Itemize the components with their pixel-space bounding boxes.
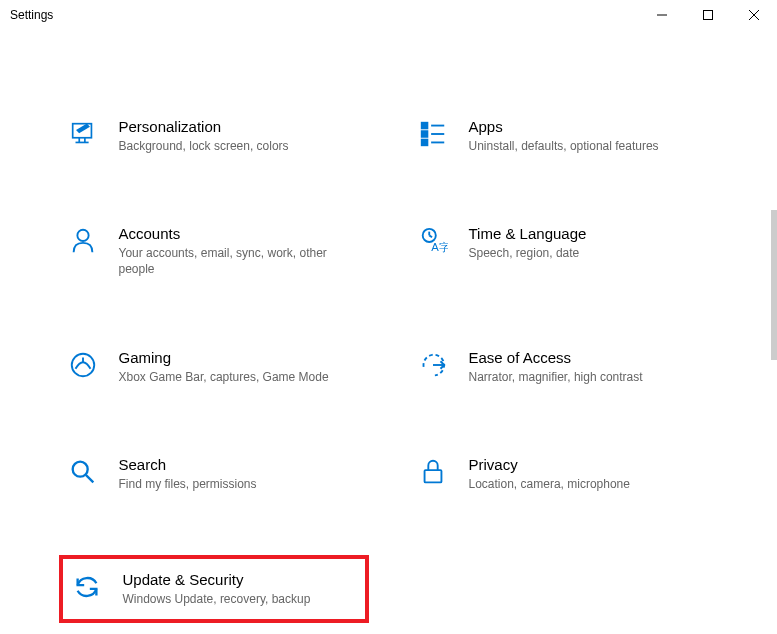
category-desc: Windows Update, recovery, backup [123, 591, 357, 607]
ease-of-access-icon [417, 349, 449, 381]
svg-rect-8 [421, 123, 427, 129]
category-title: Update & Security [123, 571, 357, 588]
category-text: Gaming Xbox Game Bar, captures, Game Mod… [119, 349, 361, 385]
category-title: Time & Language [469, 225, 711, 242]
category-gaming[interactable]: Gaming Xbox Game Bar, captures, Game Mod… [59, 341, 369, 393]
category-update-security[interactable]: Update & Security Windows Update, recove… [59, 555, 369, 623]
gaming-icon [67, 349, 99, 381]
category-desc: Narrator, magnifier, high contrast [469, 369, 711, 385]
svg-rect-10 [421, 140, 427, 146]
category-title: Privacy [469, 456, 711, 473]
privacy-icon [417, 456, 449, 488]
category-apps[interactable]: Apps Uninstall, defaults, optional featu… [409, 110, 719, 162]
category-desc: Background, lock screen, colors [119, 138, 361, 154]
category-title: Search [119, 456, 361, 473]
time-language-icon: A字 [417, 225, 449, 257]
window-controls [639, 0, 777, 29]
category-title: Gaming [119, 349, 361, 366]
category-desc: Xbox Game Bar, captures, Game Mode [119, 369, 361, 385]
category-time-language[interactable]: A字 Time & Language Speech, region, date [409, 217, 719, 285]
category-text: Update & Security Windows Update, recove… [123, 571, 357, 607]
category-ease-of-access[interactable]: Ease of Access Narrator, magnifier, high… [409, 341, 719, 393]
category-text: Search Find my files, permissions [119, 456, 361, 492]
svg-text:A字: A字 [431, 242, 448, 254]
close-button[interactable] [731, 0, 777, 30]
category-personalization[interactable]: Personalization Background, lock screen,… [59, 110, 369, 162]
category-desc: Location, camera, microphone [469, 476, 711, 492]
accounts-icon [67, 225, 99, 257]
category-desc: Speech, region, date [469, 245, 711, 261]
svg-rect-9 [421, 131, 427, 137]
update-security-icon [71, 571, 103, 603]
category-desc: Find my files, permissions [119, 476, 361, 492]
category-text: Accounts Your accounts, email, sync, wor… [119, 225, 361, 277]
svg-point-14 [77, 230, 88, 241]
category-text: Ease of Access Narrator, magnifier, high… [469, 349, 711, 385]
category-text: Time & Language Speech, region, date [469, 225, 711, 261]
search-icon [67, 456, 99, 488]
category-search[interactable]: Search Find my files, permissions [59, 448, 369, 500]
category-desc: Uninstall, defaults, optional features [469, 138, 711, 154]
titlebar: Settings [0, 0, 777, 30]
category-desc: Your accounts, email, sync, work, other … [119, 245, 361, 277]
svg-point-19 [71, 353, 94, 376]
category-title: Apps [469, 118, 711, 135]
settings-content: Personalization Background, lock screen,… [0, 30, 777, 634]
svg-point-22 [72, 461, 87, 476]
scrollbar[interactable] [771, 210, 777, 360]
category-title: Ease of Access [469, 349, 711, 366]
minimize-button[interactable] [639, 0, 685, 30]
window-title: Settings [10, 8, 53, 22]
category-title: Personalization [119, 118, 361, 135]
maximize-button[interactable] [685, 0, 731, 30]
category-accounts[interactable]: Accounts Your accounts, email, sync, wor… [59, 217, 369, 285]
category-text: Personalization Background, lock screen,… [119, 118, 361, 154]
category-text: Privacy Location, camera, microphone [469, 456, 711, 492]
svg-line-17 [429, 236, 432, 238]
apps-icon [417, 118, 449, 150]
category-title: Accounts [119, 225, 361, 242]
svg-rect-1 [704, 11, 713, 20]
svg-rect-24 [424, 470, 441, 482]
personalization-icon [67, 118, 99, 150]
settings-grid: Personalization Background, lock screen,… [59, 110, 719, 623]
category-privacy[interactable]: Privacy Location, camera, microphone [409, 448, 719, 500]
svg-line-23 [85, 475, 93, 483]
category-text: Apps Uninstall, defaults, optional featu… [469, 118, 711, 154]
